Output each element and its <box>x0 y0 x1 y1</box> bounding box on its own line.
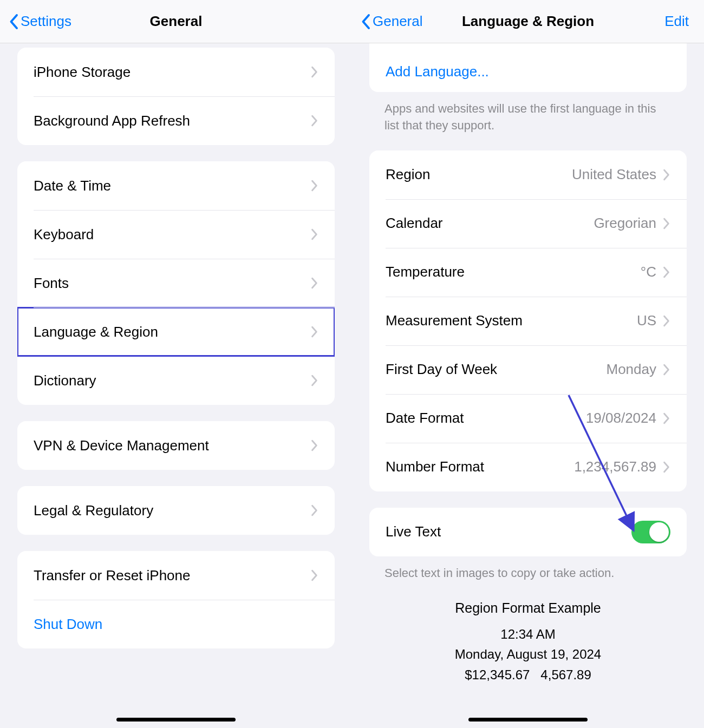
toggle-knob <box>649 522 669 542</box>
row-label: Shut Down <box>34 616 318 633</box>
row-label: iPhone Storage <box>34 64 311 81</box>
example-numbers: $12,345.67 4,567.89 <box>375 665 681 685</box>
row-shut-down[interactable]: Shut Down <box>17 600 335 648</box>
home-indicator[interactable] <box>468 718 588 722</box>
row-label: Fonts <box>34 275 311 292</box>
group-storage: iPhone Storage Background App Refresh <box>17 48 335 145</box>
example-title: Region Format Example <box>375 598 681 619</box>
example-date: Monday, August 19, 2024 <box>375 644 681 664</box>
chevron-right-icon <box>311 66 318 78</box>
chevron-right-icon <box>663 169 670 181</box>
chevron-right-icon <box>311 115 318 127</box>
row-label: Region <box>386 166 572 183</box>
row-label: Add Language... <box>386 63 670 80</box>
chevron-left-icon <box>9 14 18 30</box>
row-value: US <box>637 312 656 329</box>
row-value: United States <box>572 166 656 183</box>
group-reset: Transfer or Reset iPhone Shut Down <box>17 551 335 648</box>
languages-footer: Apps and websites will use the first lan… <box>369 92 687 134</box>
row-value: 1,234,567.89 <box>574 458 656 475</box>
general-content: iPhone Storage Background App Refresh Da… <box>0 43 352 728</box>
chevron-right-icon <box>663 218 670 229</box>
general-settings-screen: Settings General iPhone Storage Backgrou… <box>0 0 352 728</box>
chevron-right-icon <box>663 461 670 473</box>
home-indicator[interactable] <box>116 718 236 722</box>
language-region-screen: General Language & Region Edit Add Langu… <box>352 0 704 728</box>
nav-title-language-region: Language & Region <box>462 13 594 30</box>
group-languages: Add Language... <box>369 43 687 92</box>
back-to-settings[interactable]: Settings <box>9 13 71 30</box>
row-label: First Day of Week <box>386 361 607 378</box>
row-label: Background App Refresh <box>34 113 311 129</box>
row-label: Transfer or Reset iPhone <box>34 567 311 584</box>
chevron-right-icon <box>663 364 670 376</box>
row-value: Monday <box>607 361 657 378</box>
language-region-content: Add Language... Apps and websites will u… <box>352 43 704 728</box>
row-date-time[interactable]: Date & Time <box>17 161 335 210</box>
row-label: Legal & Regulatory <box>34 502 311 519</box>
back-to-general[interactable]: General <box>361 13 423 30</box>
row-first-day-week[interactable]: First Day of Week Monday <box>369 345 687 394</box>
row-label: Dictionary <box>34 372 311 389</box>
row-label: Date Format <box>386 410 586 427</box>
row-legal-regulatory[interactable]: Legal & Regulatory <box>17 486 335 535</box>
group-preferences: Date & Time Keyboard Fonts Language & Re… <box>17 161 335 405</box>
row-label: Temperature <box>386 264 641 280</box>
row-label: Date & Time <box>34 178 311 194</box>
row-fonts[interactable]: Fonts <box>17 259 335 307</box>
live-text-toggle[interactable] <box>631 521 670 543</box>
row-vpn-device-management[interactable]: VPN & Device Management <box>17 421 335 470</box>
row-keyboard[interactable]: Keyboard <box>17 210 335 259</box>
example-time: 12:34 AM <box>375 624 681 644</box>
row-label: Calendar <box>386 215 594 232</box>
row-value: 19/08/2024 <box>586 410 656 427</box>
chevron-right-icon <box>663 266 670 278</box>
group-legal: Legal & Regulatory <box>17 486 335 535</box>
region-format-example: Region Format Example 12:34 AM Monday, A… <box>369 581 687 690</box>
row-label: Keyboard <box>34 226 311 243</box>
navbar-general: Settings General <box>0 0 352 43</box>
row-iphone-storage[interactable]: iPhone Storage <box>17 48 335 96</box>
group-vpn: VPN & Device Management <box>17 421 335 470</box>
row-dictionary[interactable]: Dictionary <box>17 356 335 405</box>
chevron-right-icon <box>663 412 670 424</box>
row-date-format[interactable]: Date Format 19/08/2024 <box>369 394 687 443</box>
chevron-right-icon <box>311 326 318 338</box>
back-label: General <box>373 13 423 30</box>
chevron-left-icon <box>361 14 370 30</box>
example-number: 4,567.89 <box>540 667 591 682</box>
navbar-language-region: General Language & Region Edit <box>352 0 704 43</box>
example-currency: $12,345.67 <box>465 667 530 682</box>
row-number-format[interactable]: Number Format 1,234,567.89 <box>369 443 687 491</box>
row-measurement-system[interactable]: Measurement System US <box>369 297 687 345</box>
live-text-footer: Select text in images to copy or take ac… <box>369 556 687 582</box>
row-label: Language & Region <box>34 324 311 340</box>
nav-title-general: General <box>150 13 203 30</box>
row-add-language[interactable]: Add Language... <box>369 51 687 92</box>
chevron-right-icon <box>311 504 318 516</box>
chevron-right-icon <box>311 228 318 240</box>
chevron-right-icon <box>311 277 318 289</box>
row-live-text: Live Text <box>369 508 687 556</box>
edit-button[interactable]: Edit <box>664 13 689 30</box>
group-live-text: Live Text <box>369 508 687 556</box>
chevron-right-icon <box>311 375 318 386</box>
chevron-right-icon <box>311 569 318 581</box>
row-temperature[interactable]: Temperature °C <box>369 248 687 297</box>
row-region[interactable]: Region United States <box>369 150 687 199</box>
row-language-region[interactable]: Language & Region <box>17 307 335 356</box>
row-background-app-refresh[interactable]: Background App Refresh <box>17 96 335 145</box>
chevron-right-icon <box>663 315 670 327</box>
chevron-right-icon <box>311 440 318 451</box>
row-value: °C <box>641 264 656 280</box>
row-value: Gregorian <box>594 215 656 232</box>
row-label: VPN & Device Management <box>34 437 311 454</box>
back-label: Settings <box>21 13 71 30</box>
row-label: Measurement System <box>386 312 637 329</box>
row-label: Live Text <box>386 523 631 540</box>
group-region-settings: Region United States Calendar Gregorian … <box>369 150 687 491</box>
row-transfer-reset[interactable]: Transfer or Reset iPhone <box>17 551 335 600</box>
chevron-right-icon <box>311 180 318 192</box>
row-label: Number Format <box>386 458 574 475</box>
row-calendar[interactable]: Calendar Gregorian <box>369 199 687 248</box>
